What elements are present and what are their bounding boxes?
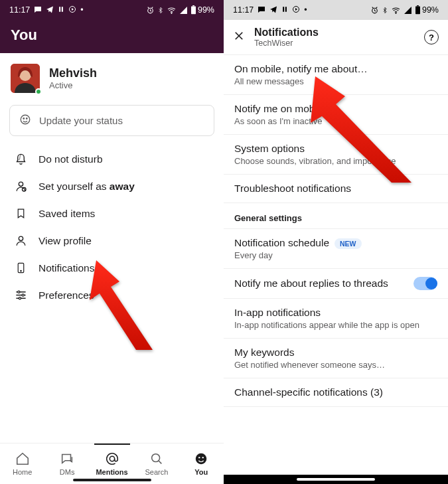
menu-notifications-label: Notifications bbox=[38, 262, 94, 274]
menu-away[interactable]: Set yourself as away bbox=[0, 173, 224, 200]
statusbar-right: 11:17 • 99% bbox=[224, 0, 448, 20]
svg-rect-31 bbox=[417, 5, 419, 6]
svg-point-17 bbox=[17, 291, 19, 293]
menu-away-label: Set yourself as away bbox=[38, 181, 135, 193]
phone-right-notifications: 11:17 • 99% Notifications TechWiser ? On… bbox=[224, 0, 448, 484]
at-icon bbox=[105, 451, 119, 466]
dnd-icon bbox=[13, 153, 28, 165]
row-notification-schedule[interactable]: Notification scheduleNEW Every day bbox=[224, 229, 448, 269]
tab-dms[interactable]: DMs bbox=[44, 444, 89, 484]
svg-point-16 bbox=[20, 270, 21, 271]
svg-point-19 bbox=[19, 297, 21, 299]
signal-icon bbox=[404, 6, 412, 15]
device-icon bbox=[13, 262, 28, 274]
svg-point-24 bbox=[202, 457, 204, 458]
alarm-icon bbox=[146, 6, 155, 15]
row-channel-specific[interactable]: Channel-specific notifications (3) bbox=[224, 378, 448, 406]
row-my-keywords[interactable]: My keywords Get notified whenever someon… bbox=[224, 339, 448, 378]
menu-notifications[interactable]: Notifications bbox=[0, 254, 224, 282]
tab-home[interactable]: Home bbox=[0, 444, 44, 484]
row-troubleshoot[interactable]: Troubleshoot notifications bbox=[224, 175, 448, 202]
svg-rect-5 bbox=[191, 6, 196, 14]
person-icon bbox=[13, 234, 28, 247]
svg-rect-30 bbox=[415, 6, 420, 14]
svg-rect-6 bbox=[192, 5, 194, 6]
svg-point-12 bbox=[19, 182, 23, 186]
row-inapp-notifications[interactable]: In-app notifications In-app notification… bbox=[224, 299, 448, 339]
close-icon[interactable] bbox=[233, 30, 245, 44]
menu-profile-label: View profile bbox=[38, 235, 92, 247]
menu-preferences[interactable]: Preferences bbox=[0, 282, 224, 309]
menu-profile[interactable]: View profile bbox=[0, 227, 224, 254]
page-title-you: You bbox=[0, 20, 224, 53]
search-icon bbox=[149, 451, 164, 466]
menu-preferences-label: Preferences bbox=[38, 289, 94, 301]
you-dot-icon bbox=[194, 451, 208, 466]
row-thread-replies[interactable]: Notify me about replies to threads bbox=[224, 269, 448, 299]
statusbar-left: 11:17 • 99% bbox=[0, 0, 224, 20]
tab-search[interactable]: Search bbox=[134, 444, 179, 484]
message-icon bbox=[34, 5, 42, 15]
avatar[interactable] bbox=[11, 64, 40, 93]
menu-saved[interactable]: Saved items bbox=[0, 200, 224, 227]
svg-point-11 bbox=[27, 118, 28, 120]
svg-point-22 bbox=[196, 453, 207, 465]
svg-point-29 bbox=[396, 13, 396, 13]
profile-name: Mehvish bbox=[49, 66, 97, 80]
tab-mentions[interactable]: Mentions bbox=[90, 444, 134, 484]
clock-text: 11:17 bbox=[233, 5, 254, 15]
chat-icon bbox=[60, 451, 74, 466]
status-placeholder: Update your status bbox=[39, 115, 123, 126]
row-system-options[interactable]: System options Choose sounds, vibration,… bbox=[224, 135, 448, 175]
header-title: Notifications bbox=[254, 27, 415, 39]
presence-dot-icon bbox=[35, 88, 42, 95]
gesture-bar bbox=[73, 479, 151, 481]
phone-left-you: 11:17 • 99% You Mehvish Active Update y bbox=[0, 0, 224, 484]
notifications-header: Notifications TechWiser ? bbox=[224, 20, 448, 54]
general-settings-header: General settings bbox=[224, 202, 448, 228]
signal-icon bbox=[179, 6, 188, 15]
menu-saved-label: Saved items bbox=[38, 208, 95, 220]
menu-dnd[interactable]: Do not disturb bbox=[0, 145, 224, 173]
alarm-icon bbox=[370, 6, 379, 15]
bluetooth-icon bbox=[157, 6, 164, 15]
row-notify-on-mobile[interactable]: Notify me on mobile… As soon as I'm inac… bbox=[224, 95, 448, 135]
svg-point-10 bbox=[23, 118, 25, 120]
battery-text: 99% bbox=[198, 5, 214, 15]
profile-block[interactable]: Mehvish Active bbox=[0, 53, 224, 101]
dot-icon: • bbox=[304, 5, 307, 15]
play-circle-icon bbox=[68, 5, 76, 15]
svg-point-20 bbox=[110, 456, 114, 461]
you-menu: Do not disturb Set yourself as away Save… bbox=[0, 145, 224, 309]
bluetooth-icon bbox=[382, 6, 388, 15]
svg-point-23 bbox=[198, 457, 200, 458]
sliders-icon bbox=[13, 289, 28, 301]
battery-icon bbox=[415, 5, 421, 15]
thread-replies-toggle[interactable] bbox=[413, 277, 437, 290]
pause-icon bbox=[281, 5, 288, 15]
bookmark-icon bbox=[13, 207, 28, 220]
home-icon bbox=[15, 451, 30, 466]
telegram-icon bbox=[269, 5, 277, 15]
svg-point-4 bbox=[171, 13, 172, 13]
help-icon[interactable]: ? bbox=[424, 30, 439, 44]
row-mobile-notify-about[interactable]: On mobile, notify me about… All new mess… bbox=[224, 55, 448, 95]
update-status-button[interactable]: Update your status bbox=[9, 105, 214, 136]
wifi-icon bbox=[391, 6, 401, 15]
telegram-icon bbox=[46, 5, 54, 15]
gesture-bar bbox=[297, 478, 375, 481]
svg-point-9 bbox=[21, 115, 30, 124]
tab-you[interactable]: You bbox=[179, 444, 224, 484]
svg-rect-26 bbox=[285, 7, 287, 12]
svg-rect-0 bbox=[59, 7, 60, 12]
profile-presence: Active bbox=[49, 80, 97, 90]
message-icon bbox=[258, 5, 265, 15]
bottom-nav: Home DMs Mentions Search You bbox=[0, 443, 224, 484]
new-badge: NEW bbox=[335, 238, 362, 249]
play-circle-icon bbox=[292, 5, 300, 15]
svg-rect-1 bbox=[62, 7, 63, 12]
menu-dnd-label: Do not disturb bbox=[38, 153, 103, 165]
battery-icon bbox=[190, 5, 196, 15]
svg-point-18 bbox=[22, 294, 24, 296]
pause-icon bbox=[58, 5, 64, 15]
